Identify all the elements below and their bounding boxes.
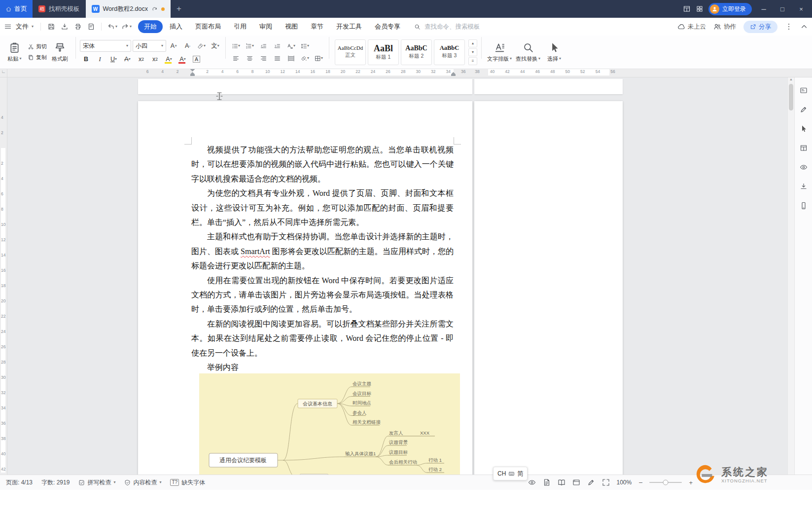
mindmap-node[interactable]: 议题背景 — [388, 440, 408, 445]
paragraph[interactable]: 视频提供了功能强大的方法帮助您证明您的观点。当您单击联机视频时，可以在想要添加的… — [191, 143, 454, 186]
format-painter-button[interactable]: 格式刷 — [48, 42, 71, 63]
adjacent-page[interactable] — [474, 101, 623, 475]
mobile-sync-button[interactable] — [798, 200, 809, 211]
strikethrough-button[interactable]: A▾ — [121, 54, 134, 64]
document-page[interactable]: 视频提供了功能强大的方法帮助您证明您的观点。当您单击联机视频时，可以在想要添加的… — [138, 101, 472, 475]
menu-tab-页面布局[interactable]: 页面布局 — [189, 20, 227, 33]
paragraph[interactable]: 为使您的文档具有专业外观，Word 提供了页眉、页脚、封面和文本框设计，这些设计… — [191, 186, 454, 229]
tab-home[interactable]: 首页 — [0, 0, 33, 18]
tab-document[interactable]: W Word教程2.docx — [86, 0, 171, 18]
maximize-button[interactable]: □ — [776, 2, 789, 15]
mindmap-node[interactable]: 议题目标 — [388, 449, 408, 455]
collapse-ribbon-icon[interactable] — [800, 23, 808, 31]
character-scale-button[interactable]: ▾ — [285, 41, 297, 51]
ink-mode-icon[interactable] — [587, 478, 595, 486]
global-menu-icon[interactable] — [4, 23, 12, 31]
increase-indent-button[interactable] — [271, 41, 283, 51]
paste-button[interactable]: 粘贴▾ — [3, 42, 26, 63]
find-replace-button[interactable]: 查找替换▾ — [514, 37, 542, 67]
paragraph-layout-button[interactable]: ▾ — [299, 41, 311, 51]
collaborate-button[interactable]: 协作 — [713, 23, 736, 31]
bold-button[interactable]: B — [80, 54, 92, 64]
font-name-select[interactable]: 宋体▾ — [80, 40, 131, 52]
gallery-up-button[interactable]: ▴ — [468, 39, 477, 47]
cut-button[interactable]: 剪切 — [28, 43, 47, 50]
zoom-out-button[interactable]: − — [638, 478, 642, 486]
word-count[interactable]: 字数: 2919 — [41, 478, 70, 487]
spell-check-button[interactable]: 拼写检查▾ — [78, 478, 115, 487]
font-size-select[interactable]: 小四▾ — [133, 40, 166, 52]
mindmap-node[interactable]: 行动 1 — [428, 457, 442, 463]
login-button[interactable]: 立即登录 — [708, 3, 752, 15]
menu-tab-引用[interactable]: 引用 — [228, 20, 252, 33]
bullet-list-button[interactable]: ▾ — [230, 41, 242, 51]
content-check-button[interactable]: 内容检查▾ — [124, 478, 161, 487]
vertical-ruler[interactable]: 4224681012141618202224262830323436384042 — [0, 77, 7, 475]
menu-tab-开始[interactable]: 开始 — [138, 20, 163, 33]
eye-protection-icon[interactable] — [528, 478, 536, 486]
minimize-button[interactable]: ─ — [757, 2, 771, 15]
close-button[interactable]: × — [794, 2, 808, 15]
fullscreen-icon[interactable] — [602, 478, 610, 486]
edit-pen-button[interactable] — [798, 104, 809, 115]
gallery-more-button[interactable]: ≡ — [468, 57, 477, 65]
save-button[interactable] — [45, 21, 57, 33]
character-shading-button[interactable]: A — [190, 54, 203, 64]
zoom-in-button[interactable]: + — [689, 479, 693, 486]
workbench-icon[interactable] — [683, 5, 691, 13]
style-标题 1[interactable]: AaBl标题 1 — [368, 39, 399, 65]
screenshot-button[interactable] — [798, 143, 809, 153]
mindmap-node[interactable]: XXX — [420, 430, 430, 436]
align-left-button[interactable] — [230, 53, 242, 63]
mindmap-branch1-label[interactable]: 会议基本信息 — [303, 401, 332, 406]
command-search-input[interactable] — [424, 23, 491, 31]
paragraph[interactable]: 在新的阅读视图中阅读更加容易。可以折叠文档某些部分并关注所需文本。如果在达到结尾… — [191, 317, 454, 360]
export-button[interactable] — [58, 21, 71, 33]
clear-format-button[interactable]: ▾ — [195, 41, 208, 51]
mindmap-node[interactable]: 行动 2 — [428, 467, 442, 472]
missing-font-button[interactable]: T? 缺失字体 — [170, 478, 205, 487]
tab-docer-template[interactable]: 稻 找稻壳模板 — [33, 0, 86, 18]
command-search[interactable] — [414, 23, 491, 31]
superscript-button[interactable]: x2 — [135, 54, 147, 64]
read-mode-icon[interactable] — [558, 478, 565, 486]
mindmap-node[interactable]: 相关文档链接 — [353, 419, 381, 425]
subscript-button[interactable]: x2 — [149, 54, 161, 64]
file-menu[interactable]: 文件 ▾ — [13, 22, 36, 31]
borders-button[interactable]: ▾ — [313, 53, 325, 63]
shading-button[interactable]: ▾ — [299, 53, 311, 63]
mindmap-node[interactable]: 参会人 — [353, 410, 367, 415]
mindmap-branch2-label[interactable]: 输入具体议题1 — [345, 451, 376, 456]
align-center-button[interactable] — [244, 53, 256, 63]
underline-button[interactable]: U▾ — [107, 54, 120, 64]
decrease-indent-button[interactable] — [257, 41, 270, 51]
doc-sync-icon[interactable] — [151, 6, 158, 12]
print-layout-icon[interactable] — [543, 478, 551, 486]
paragraph[interactable]: 主题和样式也有助于文档保持协调。当您单击设计并选择新的主题时，图片、图表或 Sm… — [191, 229, 454, 273]
mindmap-node[interactable]: 会议目标 — [353, 391, 372, 396]
italic-button[interactable]: I — [94, 54, 106, 64]
print-button[interactable] — [71, 21, 84, 33]
menu-tab-审阅[interactable]: 审阅 — [253, 20, 278, 33]
scrollbar-thumb[interactable] — [789, 84, 793, 110]
menu-tab-章节[interactable]: 章节 — [305, 20, 329, 33]
menu-tab-视图[interactable]: 视图 — [279, 20, 304, 33]
mindmap-root-label[interactable]: 通用会议纪要模板 — [219, 457, 267, 464]
text-tool-button[interactable]: 文字排版▾ — [486, 37, 513, 67]
mindmap-node[interactable]: 时间地点 — [353, 400, 371, 405]
cloud-status-button[interactable]: 未上云 — [677, 23, 706, 31]
menu-tab-插入[interactable]: 插入 — [164, 20, 188, 33]
web-layout-icon[interactable] — [572, 478, 580, 486]
eye-protect-button[interactable] — [798, 162, 809, 173]
mindmap-node[interactable]: 会议主题 — [353, 381, 371, 386]
mindmap-image[interactable]: 通用会议纪要模板 会议基本信息 会议主题 会议目标 时间地点 参会人 相关文档链… — [199, 373, 460, 475]
select-button[interactable]: 选择▾ — [543, 37, 565, 67]
style-标题 2[interactable]: AaBbC标题 2 — [401, 39, 432, 65]
font-color-button[interactable]: A▾ — [177, 54, 189, 64]
app-center-icon[interactable] — [696, 5, 704, 13]
copy-button[interactable]: 复制 — [28, 54, 47, 61]
contact-card-button[interactable] — [798, 85, 809, 96]
zoom-slider[interactable] — [649, 482, 682, 483]
style-正文[interactable]: AaBbCcDd正文 — [335, 39, 366, 65]
align-distribute-button[interactable] — [285, 53, 297, 63]
